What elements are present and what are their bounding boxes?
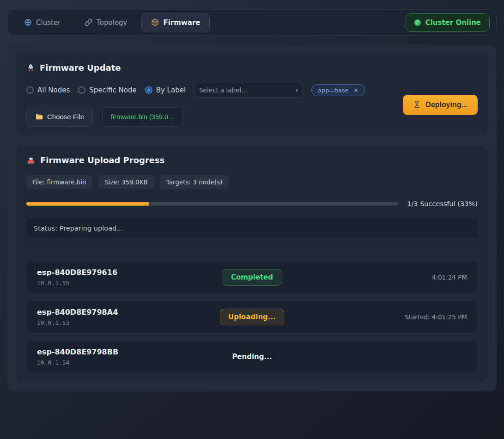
radio-by-label-circle[interactable] — [145, 86, 152, 94]
targets-chip: Targets: 3 node(s) — [160, 175, 229, 189]
firmware-update-title: Firmware Update — [26, 63, 478, 73]
chevron-down-icon: ▾ — [296, 87, 298, 93]
file-row: Choose File firmware.bin (359.0... — [26, 107, 403, 127]
node-0-info: esp-840D8E979616 10.0.1.55 — [37, 268, 223, 287]
update-controls: All Nodes Specific Node By Label Select … — [26, 83, 478, 127]
tab-cluster-label: Cluster — [36, 18, 61, 27]
node-row-1: esp-840D8E9798A4 10.0.1.53 Uploading... … — [26, 300, 478, 334]
node-row-0: esp-840D8E979616 10.0.1.55 Completed 4:0… — [26, 261, 478, 294]
upload-progress-title-text: Firmware Upload Progress — [40, 155, 164, 165]
tab-topology-label: Topology — [97, 18, 127, 27]
chip-remove-icon[interactable]: × — [353, 86, 358, 94]
node-name: esp-840D8E9798BB — [37, 348, 224, 356]
globe-icon — [24, 18, 32, 26]
radio-by-label-label: By Label — [156, 86, 186, 94]
update-controls-left: All Nodes Specific Node By Label Select … — [26, 83, 403, 127]
tab-firmware-label: Firmware — [163, 18, 200, 27]
tab-firmware[interactable]: Firmware — [141, 13, 210, 32]
tab-topology[interactable]: Topology — [75, 13, 137, 32]
radio-specific-node-label: Specific Node — [89, 86, 136, 94]
label-select[interactable]: Select a label... ▾ — [194, 83, 303, 98]
main-container: Firmware Update All Nodes Specific Node … — [7, 45, 497, 391]
deploy-button[interactable]: Deploying... — [403, 95, 478, 115]
node-time: Started: 4:01:25 PM — [405, 313, 467, 321]
label-chip-text: app=base — [318, 87, 348, 94]
upload-progress-title: Firmware Upload Progress — [26, 155, 478, 165]
file-chip: File: firmware.bin — [26, 175, 92, 189]
green-dot-icon — [414, 19, 421, 26]
label-select-placeholder: Select a label... — [199, 86, 247, 94]
target-mode-row: All Nodes Specific Node By Label Select … — [26, 83, 403, 98]
selected-file-button[interactable]: firmware.bin (359.0... — [102, 107, 182, 127]
firmware-update-card: Firmware Update All Nodes Specific Node … — [16, 53, 488, 136]
node-ip: 10.0.1.54 — [37, 359, 224, 366]
progress-label: 1/3 Successful (33%) — [407, 200, 478, 207]
divider — [26, 249, 478, 250]
node-status-badge: Completed — [223, 269, 281, 286]
cluster-status-badge[interactable]: Cluster Online — [406, 13, 490, 32]
choose-file-label: Choose File — [47, 113, 84, 121]
rocket-icon — [26, 63, 35, 72]
package-icon — [151, 18, 159, 26]
hourglass-icon — [413, 101, 421, 109]
node-time: 4:01:24 PM — [432, 274, 467, 281]
node-status-badge: Pending... — [224, 348, 280, 365]
firmware-update-title-text: Firmware Update — [40, 63, 121, 73]
radio-all-nodes-label: All Nodes — [37, 86, 70, 94]
radio-specific-node[interactable]: Specific Node — [78, 86, 136, 94]
deploy-button-label: Deploying... — [425, 101, 468, 109]
choose-file-button[interactable]: Choose File — [26, 107, 93, 127]
radio-specific-node-circle[interactable] — [78, 86, 85, 94]
upload-info-chips: File: firmware.bin Size: 359.0KB Targets… — [26, 175, 478, 189]
node-1-info: esp-840D8E9798A4 10.0.1.53 — [37, 308, 220, 326]
tab-cluster[interactable]: Cluster — [14, 13, 70, 32]
node-ip: 10.0.1.53 — [37, 319, 220, 326]
radio-all-nodes[interactable]: All Nodes — [26, 86, 70, 94]
radio-all-nodes-circle[interactable] — [26, 86, 34, 94]
label-chip-app-base[interactable]: app=base × — [311, 84, 365, 96]
ship-icon — [26, 156, 36, 165]
nav-tabs: Cluster Topology Firmware — [14, 13, 210, 32]
node-ip: 10.0.1.55 — [37, 280, 223, 287]
size-chip: Size: 359.0KB — [98, 175, 153, 189]
node-2-info: esp-840D8E9798BB 10.0.1.54 — [37, 348, 224, 366]
radio-by-label[interactable]: By Label — [145, 86, 186, 94]
node-row-2: esp-840D8E9798BB 10.0.1.54 Pending... — [26, 340, 478, 373]
cluster-status-label: Cluster Online — [425, 18, 481, 27]
node-name: esp-840D8E979616 — [37, 268, 223, 277]
link-icon — [85, 18, 92, 26]
upload-progress-card: Firmware Upload Progress File: firmware.… — [16, 146, 488, 383]
node-status-badge: Uploading... — [220, 309, 284, 325]
progress-fill — [26, 202, 149, 206]
progress-row: 1/3 Successful (33%) — [26, 200, 478, 207]
node-name: esp-840D8E9798A4 — [37, 308, 220, 317]
folder-icon — [35, 113, 43, 121]
navbar: Cluster Topology Firmware Cluster Online — [7, 9, 497, 36]
upload-status-box: Status: Preparing upload... — [26, 219, 478, 238]
progress-bar — [26, 202, 399, 206]
